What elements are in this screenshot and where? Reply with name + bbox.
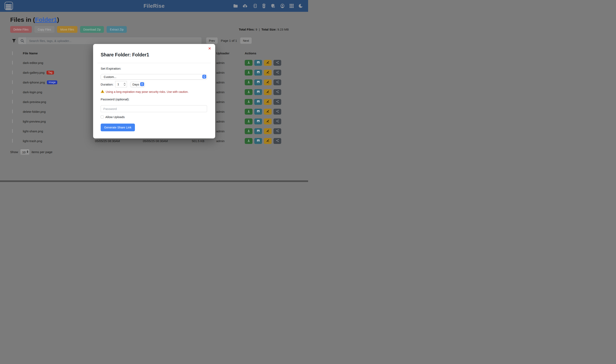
share-password-input[interactable]	[101, 105, 207, 112]
select-arrows-icon	[27, 150, 28, 153]
file-name[interactable]: dark-gallery.png	[23, 71, 44, 74]
folder-link[interactable]: Folder1	[35, 16, 57, 23]
search-input[interactable]	[27, 37, 202, 44]
move-files-button[interactable]: Move Files	[57, 26, 77, 33]
preview-image-button[interactable]	[254, 118, 262, 124]
share-button[interactable]	[274, 128, 281, 134]
preview-image-button[interactable]	[254, 60, 262, 66]
pencil-icon	[266, 119, 270, 123]
file-name[interactable]: dark-preview.png	[23, 100, 46, 104]
preview-image-button[interactable]	[254, 138, 262, 144]
preview-image-button[interactable]	[254, 99, 262, 105]
generate-share-link-button[interactable]: Generate Share Link	[101, 124, 135, 131]
share-button[interactable]	[274, 99, 281, 105]
expiration-select[interactable]: Custom...	[101, 74, 207, 80]
apps-grid-icon[interactable]	[289, 4, 294, 8]
copy-files-button[interactable]: Copy Files	[34, 26, 55, 33]
close-icon[interactable]: ✕	[208, 46, 211, 51]
rename-button[interactable]	[264, 79, 272, 85]
download-zip-button[interactable]: Download Zip	[80, 26, 104, 33]
file-name[interactable]: dark-login.png	[23, 91, 42, 94]
share-button[interactable]	[274, 79, 281, 85]
shield-user-icon[interactable]	[271, 3, 275, 8]
download-button[interactable]	[245, 60, 252, 66]
download-button[interactable]	[245, 128, 252, 134]
file-name[interactable]: light-preview.png	[23, 120, 46, 123]
download-button[interactable]	[245, 79, 252, 85]
cloud-upload-icon[interactable]	[243, 3, 248, 8]
file-name[interactable]: light-trash.png	[23, 139, 42, 143]
sign-in-icon[interactable]	[252, 3, 257, 8]
items-per-page-select[interactable]: 10	[20, 149, 29, 155]
rename-button[interactable]	[264, 128, 272, 134]
preview-image-button[interactable]	[254, 109, 262, 115]
rename-button[interactable]	[264, 109, 272, 115]
trash-restore-icon[interactable]	[262, 3, 266, 8]
rename-button[interactable]	[264, 60, 272, 66]
duration-input[interactable]: 1	[115, 81, 127, 87]
page-title: Files in (Folder1)	[10, 16, 59, 23]
share-button[interactable]	[274, 70, 281, 76]
rename-button[interactable]	[264, 138, 272, 144]
download-icon	[247, 129, 250, 133]
file-name[interactable]: dark-iphone.png	[23, 81, 45, 84]
row-checkbox[interactable]	[12, 70, 13, 74]
duration-label: Duration:	[101, 83, 113, 86]
row-checkbox[interactable]	[12, 61, 13, 65]
pencil-icon	[266, 100, 270, 104]
share-icon	[276, 80, 279, 84]
download-icon	[247, 70, 250, 75]
row-checkbox[interactable]	[12, 119, 13, 123]
allow-uploads-checkbox[interactable]	[101, 116, 104, 118]
share-button[interactable]	[274, 118, 281, 124]
prev-page-button[interactable]: Prev	[206, 38, 218, 44]
row-checkbox[interactable]	[12, 90, 13, 94]
uploader-cell: admin	[216, 81, 245, 84]
column-header-uploader[interactable]: Uploader	[216, 52, 245, 55]
rename-button[interactable]	[264, 70, 272, 76]
row-checkbox[interactable]	[12, 139, 13, 143]
next-page-button[interactable]: Next	[240, 38, 252, 44]
rename-button[interactable]	[264, 99, 272, 105]
share-button[interactable]	[274, 60, 281, 66]
extract-zip-button[interactable]: Extract Zip	[107, 26, 127, 33]
share-button[interactable]	[274, 89, 281, 95]
row-checkbox[interactable]	[12, 110, 13, 113]
preview-image-button[interactable]	[254, 70, 262, 76]
image-icon	[257, 61, 260, 65]
share-button[interactable]	[274, 109, 281, 115]
number-spinner-icon[interactable]	[123, 82, 126, 86]
download-button[interactable]	[245, 138, 252, 144]
folder-icon[interactable]	[233, 3, 238, 8]
uploader-cell: admin	[216, 120, 245, 123]
rename-button[interactable]	[264, 89, 272, 95]
column-header-file-name[interactable]: File Name	[23, 52, 38, 55]
row-checkbox[interactable]	[12, 100, 13, 104]
allow-uploads-label: Allow Uploads	[105, 115, 125, 119]
file-name[interactable]: delete-folder.png	[23, 110, 46, 113]
preview-image-button[interactable]	[254, 89, 262, 95]
filter-icon[interactable]	[12, 38, 16, 44]
warning-text: Using a long expiration may pose securit…	[106, 90, 189, 93]
download-button[interactable]	[245, 109, 252, 115]
preview-image-button[interactable]	[254, 79, 262, 85]
uploader-cell: admin	[216, 61, 245, 65]
row-actions	[245, 89, 283, 95]
download-button[interactable]	[245, 70, 252, 76]
uploader-cell: admin	[216, 110, 245, 113]
file-name[interactable]: light-share.png	[23, 130, 43, 133]
delete-files-button[interactable]: Delete Files	[10, 26, 32, 33]
download-button[interactable]	[245, 99, 252, 105]
user-icon[interactable]	[280, 3, 285, 8]
row-checkbox[interactable]	[12, 80, 13, 84]
share-button[interactable]	[274, 138, 281, 144]
duration-unit-select[interactable]: Days	[130, 82, 145, 87]
download-button[interactable]	[245, 89, 252, 95]
select-all-checkbox[interactable]	[12, 51, 13, 55]
rename-button[interactable]	[264, 118, 272, 124]
dark-mode-icon[interactable]	[298, 3, 303, 8]
row-checkbox[interactable]	[12, 129, 13, 133]
download-button[interactable]	[245, 118, 252, 124]
file-name[interactable]: dark-editor.png	[23, 61, 43, 65]
preview-image-button[interactable]	[254, 128, 262, 134]
